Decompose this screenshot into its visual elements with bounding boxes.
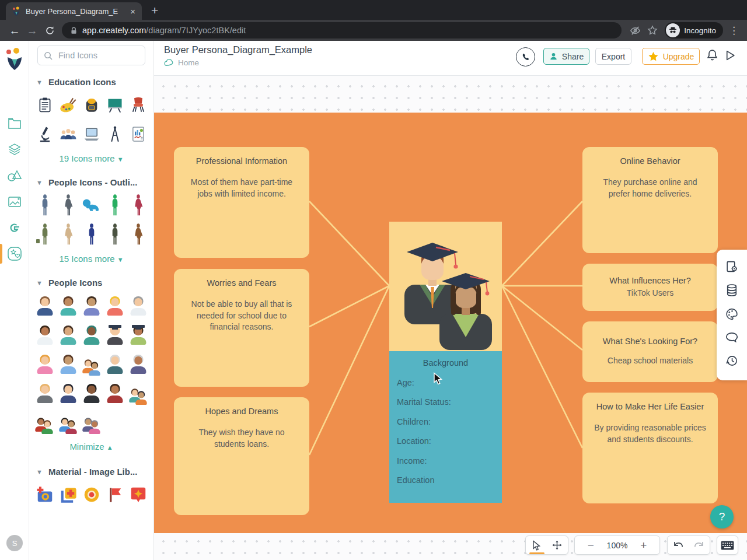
people-outline-more-link[interactable]: 15 Icons more ▼: [29, 254, 153, 264]
female-doctor[interactable]: [35, 324, 55, 346]
reload-button[interactable]: [41, 22, 58, 39]
export-button[interactable]: Export: [595, 48, 631, 65]
search-input[interactable]: [57, 50, 133, 61]
undo-button[interactable]: [669, 536, 688, 554]
persona-figure-card[interactable]: [389, 222, 502, 351]
chrome-menu-icon[interactable]: ⋮: [727, 24, 741, 37]
walking-man[interactable]: [105, 194, 125, 216]
paint-palette-icon[interactable]: [58, 94, 78, 116]
new-tab-button[interactable]: +: [151, 4, 158, 16]
family-group[interactable]: [35, 411, 55, 433]
address-bar[interactable]: app.creately.com/diagram/7IJYyoc2tBK/edi…: [62, 22, 622, 38]
search-box[interactable]: [37, 46, 145, 65]
sidebar-item-shapes[interactable]: [0, 164, 29, 187]
zoom-level[interactable]: 100%: [607, 541, 628, 550]
select-tool[interactable]: [528, 536, 546, 554]
male-graduate[interactable]: [105, 324, 125, 346]
standing-woman-red[interactable]: [128, 194, 148, 216]
clipboard-icon[interactable]: [35, 94, 55, 116]
card-online-behavior[interactable]: Online Behavior They purchase online and…: [582, 147, 718, 253]
document-title[interactable]: Buyer Persona_Diagram_Example: [164, 44, 312, 55]
old-woman[interactable]: [128, 353, 148, 375]
woman-teal[interactable]: [58, 295, 78, 317]
browser-tab[interactable]: Buyer Persona_Diagram_E ×: [6, 2, 142, 20]
report-icon[interactable]: [128, 123, 148, 145]
bookmark-star-icon[interactable]: [644, 22, 661, 39]
breadcrumb[interactable]: Home: [164, 58, 199, 67]
page-settings-icon[interactable]: [725, 260, 739, 276]
people-group[interactable]: [128, 382, 148, 404]
school-chair-icon[interactable]: [128, 94, 148, 116]
standing-woman[interactable]: [58, 194, 78, 216]
sidebar-item-shape-libraries[interactable]: [0, 138, 29, 161]
card-what-shes-looking-for[interactable]: What She's Looking For? Cheap school mat…: [582, 321, 718, 382]
pan-tool[interactable]: [547, 536, 566, 554]
section-people-outline[interactable]: ▼ People Icons - Outli...: [36, 177, 153, 187]
couple[interactable]: [58, 411, 78, 433]
tab-close-icon[interactable]: ×: [128, 7, 137, 16]
target-icon[interactable]: [82, 484, 102, 506]
sidebar-item-stickers[interactable]: [0, 242, 29, 265]
present-button[interactable]: [725, 50, 736, 64]
history-icon[interactable]: [725, 354, 739, 370]
sidebar-item-google-images[interactable]: [0, 216, 29, 240]
man-purple[interactable]: [82, 295, 102, 317]
theme-palette-icon[interactable]: [725, 307, 739, 323]
standing-woman-brown[interactable]: [128, 223, 148, 246]
card-worries-and-fears[interactable]: Worries and Fears Not be able to buy all…: [174, 269, 309, 387]
call-button[interactable]: [516, 47, 535, 66]
breadcrumb-home[interactable]: Home: [178, 58, 199, 67]
section-education[interactable]: ▼ Education Icons: [36, 77, 153, 87]
upgrade-button[interactable]: Upgrade: [642, 48, 700, 65]
drawing-compass-icon[interactable]: [105, 123, 125, 145]
card-hopes-and-dreams[interactable]: Hopes and Dreams They wish they have no …: [174, 397, 309, 515]
female-graduate[interactable]: [128, 324, 148, 346]
couple-2[interactable]: [82, 411, 102, 433]
man-suit[interactable]: [35, 295, 55, 317]
education-more-link[interactable]: 19 Icons more ▼: [29, 153, 153, 163]
businessman-dark[interactable]: [82, 382, 102, 404]
woman-red[interactable]: [105, 382, 125, 404]
sparkle-pin-icon[interactable]: [128, 484, 148, 506]
standing-man-olive[interactable]: [105, 223, 125, 246]
baby-boy[interactable]: [58, 353, 78, 375]
businesswoman[interactable]: [58, 382, 78, 404]
card-how-to-make-her-life-easier[interactable]: How to Make Her Life Easier By providing…: [582, 393, 718, 503]
flag-icon[interactable]: [105, 484, 125, 506]
user-avatar[interactable]: S: [6, 535, 23, 551]
people-minimize-link[interactable]: Minimize ▲: [29, 442, 153, 452]
microscope-icon[interactable]: [35, 123, 55, 145]
help-button[interactable]: ?: [710, 505, 734, 528]
back-button[interactable]: ←: [6, 22, 23, 39]
notifications-button[interactable]: [706, 49, 718, 64]
zoom-out-button[interactable]: −: [582, 536, 599, 554]
standing-woman-tan[interactable]: [58, 223, 78, 246]
students-icon[interactable]: [58, 123, 78, 145]
chalkboard-icon[interactable]: [105, 94, 125, 116]
nurse[interactable]: [58, 324, 78, 346]
section-material[interactable]: ▼ Material - Image Lib...: [36, 467, 153, 477]
backpack-icon[interactable]: [82, 94, 102, 116]
crawling-baby[interactable]: [82, 194, 102, 216]
forward-button[interactable]: →: [23, 22, 41, 39]
diagram-canvas[interactable]: Professional Information Most of them ha…: [154, 76, 747, 560]
businessman[interactable]: [35, 382, 55, 404]
background-info-box[interactable]: Background Age: Marital Status: Children…: [389, 351, 502, 503]
data-icon[interactable]: [725, 284, 739, 299]
sidebar-item-folder[interactable]: [0, 111, 29, 135]
add-image-icon[interactable]: [58, 484, 78, 506]
standing-man-navy[interactable]: [82, 223, 102, 246]
comments-icon[interactable]: [725, 331, 739, 346]
woman-blonde[interactable]: [105, 295, 125, 317]
man-with-briefcase[interactable]: [35, 223, 55, 246]
keyboard-shortcuts-button[interactable]: [718, 536, 737, 554]
zoom-in-button[interactable]: +: [635, 536, 652, 554]
sidebar-item-images[interactable]: [0, 190, 29, 214]
card-professional-information[interactable]: Professional Information Most of them ha…: [174, 147, 309, 258]
laptop-icon[interactable]: [82, 123, 102, 145]
male-doctor[interactable]: [128, 295, 148, 317]
baby-girl[interactable]: [35, 353, 55, 375]
family[interactable]: [82, 353, 102, 375]
share-button[interactable]: Share: [543, 48, 589, 65]
card-what-influences-her[interactable]: What Influences Her? TikTok Users: [582, 264, 718, 311]
